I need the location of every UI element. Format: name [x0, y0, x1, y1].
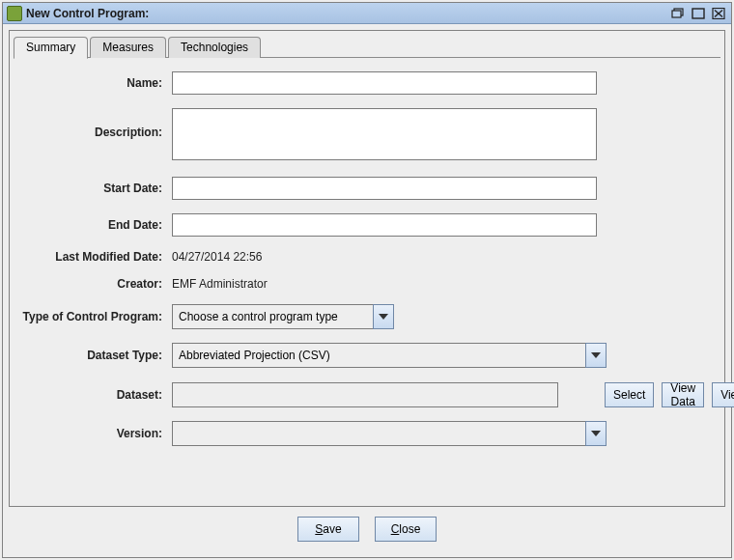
svg-marker-7 — [591, 352, 601, 358]
chevron-down-icon[interactable] — [373, 304, 394, 329]
tab-summary[interactable]: Summary — [14, 37, 88, 59]
version-combo-text — [172, 421, 585, 446]
close-icon[interactable] — [710, 6, 727, 20]
select-button[interactable]: Select — [605, 382, 654, 407]
close-button[interactable]: Close — [375, 517, 437, 542]
dataset-field — [172, 382, 558, 407]
description-textarea[interactable] — [172, 108, 597, 160]
window-frame: New Control Program: Summary Measures Te… — [2, 2, 732, 558]
restore-icon[interactable] — [669, 6, 687, 20]
label-dataset: Dataset: — [19, 388, 164, 402]
view-data-button[interactable]: View Data — [662, 382, 704, 407]
button-bar: Save Close — [9, 507, 725, 551]
tab-technologies[interactable]: Technologies — [168, 37, 261, 58]
label-creator: Creator: — [19, 277, 164, 291]
tab-row: Summary Measures Technologies — [10, 31, 724, 58]
type-combo[interactable]: Choose a control program type — [172, 304, 394, 329]
start-date-input[interactable] — [172, 177, 597, 200]
tab-measures[interactable]: Measures — [90, 37, 166, 58]
label-type: Type of Control Program: — [19, 310, 164, 323]
label-last-modified: Last Modified Date: — [19, 250, 164, 264]
form-grid: Name: Description: Start Date: — [19, 71, 715, 446]
svg-marker-6 — [379, 314, 388, 320]
name-input[interactable] — [172, 71, 597, 95]
type-combo-text: Choose a control program type — [172, 304, 373, 329]
titlebar: New Control Program: — [3, 3, 731, 24]
end-date-input[interactable] — [172, 213, 597, 237]
label-name: Name: — [19, 76, 164, 90]
label-dataset-type: Dataset Type: — [19, 349, 164, 362]
maximize-icon[interactable] — [690, 6, 707, 20]
view-button[interactable]: View — [712, 382, 734, 407]
label-description: Description: — [19, 108, 164, 139]
save-button[interactable]: Save — [297, 517, 359, 542]
svg-marker-8 — [591, 431, 601, 436]
label-end-date: End Date: — [19, 218, 164, 232]
window-title: New Control Program: — [26, 7, 149, 20]
content-area: Summary Measures Technologies Name: Desc… — [3, 24, 731, 557]
svg-rect-2 — [692, 9, 704, 18]
chevron-down-icon[interactable] — [585, 421, 607, 446]
chevron-down-icon[interactable] — [585, 343, 607, 368]
app-icon — [7, 6, 22, 21]
svg-rect-1 — [672, 11, 681, 17]
dataset-type-combo[interactable]: Abbreviated Projection (CSV) — [172, 343, 607, 368]
creator-value: EMF Administrator — [172, 277, 734, 291]
summary-tab-body: Name: Description: Start Date: — [10, 58, 724, 506]
dataset-type-combo-text: Abbreviated Projection (CSV) — [172, 343, 585, 368]
last-modified-value: 04/27/2014 22:56 — [172, 250, 734, 264]
main-panel: Summary Measures Technologies Name: Desc… — [9, 30, 725, 507]
version-combo[interactable] — [172, 421, 607, 446]
label-start-date: Start Date: — [19, 182, 164, 195]
label-version: Version: — [19, 427, 164, 440]
